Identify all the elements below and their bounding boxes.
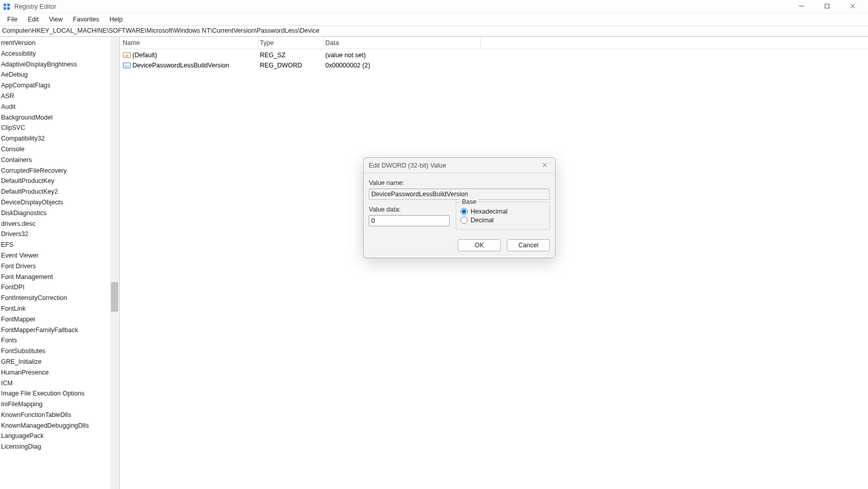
tree-item[interactable]: Image File Execution Options <box>1 388 119 399</box>
tree-item[interactable]: Fonts <box>1 335 119 346</box>
window-title: Registry Editor <box>14 3 56 10</box>
value-name-label: Value name: <box>369 179 550 187</box>
radio-hexadecimal[interactable] <box>460 208 468 215</box>
radio-dec-row[interactable]: Decimal <box>460 217 545 224</box>
tree-item[interactable]: Event Viewer <box>1 250 119 261</box>
tree-item[interactable]: KnownManagedDebuggingDlls <box>1 421 119 431</box>
tree-item[interactable]: DefaultProductKey <box>1 176 119 187</box>
tree-item[interactable]: FontLink <box>1 304 119 314</box>
tree-item[interactable]: drivers.desc <box>1 219 119 229</box>
col-header-type[interactable]: Type <box>259 37 324 49</box>
cell-type: REG_SZ <box>259 52 324 59</box>
menu-file[interactable]: File <box>2 15 23 24</box>
cell-name: ab(Default) <box>120 51 259 59</box>
tree-item[interactable]: IniFileMapping <box>1 399 119 410</box>
tree-item[interactable]: DefaultProductKey2 <box>1 187 119 197</box>
menu-edit[interactable]: Edit <box>23 15 44 24</box>
svg-rect-3 <box>7 7 10 10</box>
tree-item[interactable]: FontMapper <box>1 314 119 325</box>
tree-item[interactable]: FontIntensityCorrection <box>1 293 119 304</box>
titlebar: Registry Editor <box>0 0 868 13</box>
value-data-label: Value data: <box>369 206 450 213</box>
tree-item[interactable]: rrentVersion <box>1 38 119 49</box>
radio-decimal[interactable] <box>460 217 468 224</box>
col-header-data[interactable]: Data <box>324 37 481 49</box>
cell-type: REG_DWORD <box>259 62 324 69</box>
cell-data: (value not set) <box>324 52 481 59</box>
tree-item[interactable]: Containers <box>1 155 119 166</box>
tree-item[interactable]: Compatibility32 <box>1 133 119 144</box>
tree-item[interactable]: FontMapperFamilyFallback <box>1 325 119 336</box>
dialog-title: Edit DWORD (32-bit) Value <box>369 162 446 169</box>
radio-dec-label: Decimal <box>471 217 494 224</box>
tree-item[interactable]: Drivers32 <box>1 229 119 240</box>
menubar: File Edit View Favorites Help <box>0 13 868 26</box>
menu-help[interactable]: Help <box>104 15 128 24</box>
scrollbar-thumb[interactable] <box>111 282 118 312</box>
dialog-titlebar[interactable]: Edit DWORD (32-bit) Value <box>364 158 555 173</box>
list-pane: Name Type Data ab(Default)REG_SZ(value n… <box>120 37 868 489</box>
tree-item[interactable]: Accessibility <box>1 49 119 59</box>
dialog-close-button[interactable] <box>540 162 550 169</box>
svg-rect-5 <box>825 4 829 8</box>
base-group: Base Hexadecimal Decimal <box>456 202 550 230</box>
string-value-icon: ab <box>123 51 131 59</box>
minimize-button[interactable] <box>794 3 809 10</box>
svg-rect-1 <box>7 4 10 6</box>
tree-item[interactable]: BackgroundModel <box>1 112 119 123</box>
tree-item[interactable]: HumanPresence <box>1 367 119 378</box>
menu-view[interactable]: View <box>44 15 68 24</box>
close-button[interactable] <box>845 3 860 10</box>
tree-item[interactable]: AdaptiveDisplayBrightness <box>1 59 119 70</box>
tree-item[interactable]: FontDPI <box>1 282 119 293</box>
tree-item[interactable]: Audit <box>1 102 119 112</box>
list-header: Name Type Data <box>120 37 868 49</box>
tree-item[interactable]: FontSubstitutes <box>1 346 119 357</box>
tree-item[interactable]: LanguagePack <box>1 431 119 441</box>
tree-item[interactable]: ICM <box>1 378 119 389</box>
ok-button[interactable]: OK <box>458 239 501 251</box>
radio-hex-label: Hexadecimal <box>471 208 507 215</box>
tree-item[interactable]: Console <box>1 144 119 155</box>
address-bar[interactable]: Computer\HKEY_LOCAL_MACHINE\SOFTWARE\Mic… <box>0 26 868 37</box>
tree-item[interactable]: GRE_Initialize <box>1 357 119 367</box>
tree-pane: rrentVersionAccessibilityAdaptiveDisplay… <box>0 37 120 489</box>
tree-item[interactable]: Font Drivers <box>1 261 119 272</box>
tree-item[interactable]: KnownFunctionTableDlls <box>1 410 119 421</box>
value-name-field: DevicePasswordLessBuildVersion <box>369 189 550 200</box>
maximize-button[interactable] <box>820 3 834 10</box>
svg-text:011: 011 <box>125 64 129 67</box>
svg-rect-2 <box>4 7 6 10</box>
radio-hex-row[interactable]: Hexadecimal <box>460 208 545 215</box>
tree-item[interactable]: ASR <box>1 91 119 102</box>
tree-item[interactable]: DiskDiagnostics <box>1 208 119 219</box>
menu-favorites[interactable]: Favorites <box>68 15 104 24</box>
tree-item[interactable]: LicensingDiag <box>1 441 119 452</box>
cell-name: 011DevicePasswordLessBuildVersion <box>120 61 259 69</box>
tree-item[interactable]: EFS <box>1 240 119 250</box>
tree-item[interactable]: DeviceDisplayObjects <box>1 197 119 208</box>
binary-value-icon: 011 <box>123 61 131 69</box>
col-header-name[interactable]: Name <box>120 37 259 49</box>
base-legend: Base <box>460 198 478 205</box>
app-icon <box>3 3 11 11</box>
content: rrentVersionAccessibilityAdaptiveDisplay… <box>0 37 868 489</box>
tree-scrollbar[interactable] <box>110 37 119 489</box>
edit-dword-dialog: Edit DWORD (32-bit) Value Value name: De… <box>363 157 555 258</box>
value-data-input[interactable] <box>369 215 450 226</box>
tree-item[interactable]: CorruptedFileRecovery <box>1 166 119 176</box>
value-name-text: (Default) <box>132 52 157 59</box>
tree-item[interactable]: ClipSVC <box>1 123 119 133</box>
list-row[interactable]: ab(Default)REG_SZ(value not set) <box>120 50 868 60</box>
tree-item[interactable]: Font Management <box>1 272 119 283</box>
svg-rect-0 <box>4 4 6 6</box>
tree-item[interactable]: AeDebug <box>1 69 119 80</box>
tree-item[interactable]: AppCompatFlags <box>1 80 119 91</box>
cancel-button[interactable]: Cancel <box>507 239 550 251</box>
list-row[interactable]: 011DevicePasswordLessBuildVersionREG_DWO… <box>120 60 868 71</box>
svg-text:ab: ab <box>125 54 129 58</box>
cell-data: 0x00000002 (2) <box>324 62 481 69</box>
value-name-text: DevicePasswordLessBuildVersion <box>132 62 229 69</box>
